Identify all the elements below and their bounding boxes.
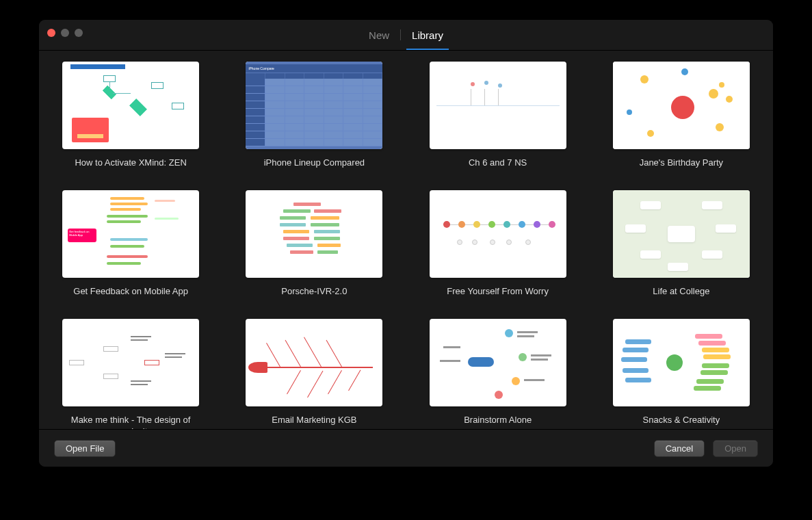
template-thumbnail	[430, 62, 566, 149]
template-thumbnail	[613, 319, 750, 406]
template-label: Email Marketing KGB	[272, 415, 356, 429]
template-thumbnail	[246, 319, 382, 406]
template-label: Make me think - The design of complexity	[62, 415, 199, 429]
template-label: Brainstorm Alone	[464, 415, 532, 429]
template-label: Porsche-IVR-2.0	[281, 286, 347, 312]
template-label: Snacks & Creativity	[643, 415, 720, 429]
open-button[interactable]: Open	[713, 440, 758, 457]
template-label: Jane's Birthday Party	[640, 157, 723, 183]
mode-tabs: New Library	[358, 20, 454, 50]
minimize-window-button[interactable]	[61, 29, 69, 37]
titlebar: New Library	[39, 20, 773, 51]
tab-new[interactable]: New	[358, 20, 400, 50]
template-thumbnail: Get feedback on Mobile App	[62, 190, 199, 278]
tab-library[interactable]: Library	[401, 20, 454, 50]
template-card[interactable]: Life at College	[610, 190, 752, 312]
template-grid: How to Activate XMind: ZEN iPhone Compar…	[60, 62, 752, 429]
template-thumbnail: iPhone Compare	[246, 62, 382, 149]
template-label: Life at College	[653, 286, 709, 312]
template-card[interactable]: Snacks & Creativity	[610, 319, 752, 429]
template-card[interactable]: Email Marketing KGB	[243, 319, 385, 429]
template-label: Get Feedback on Mobile App	[73, 286, 188, 312]
template-thumbnail	[246, 190, 382, 278]
template-card[interactable]: Jane's Birthday Party	[610, 62, 752, 183]
template-card[interactable]: Porsche-IVR-2.0	[243, 190, 385, 312]
template-chooser-window: New Library How to Activate XMind: ZEN	[38, 19, 774, 467]
template-thumbnail	[430, 190, 566, 278]
maximize-window-button[interactable]	[75, 29, 83, 37]
window-controls	[47, 29, 83, 37]
template-card[interactable]: Free Yourself From Worry	[427, 190, 569, 312]
template-label: Free Yourself From Worry	[447, 286, 549, 312]
template-thumbnail	[613, 190, 750, 278]
template-card[interactable]: iPhone Compare iPhone Lineup Compared	[243, 62, 385, 183]
open-file-button[interactable]: Open File	[54, 440, 116, 457]
template-thumbnail	[62, 62, 199, 149]
cancel-button[interactable]: Cancel	[654, 440, 705, 457]
template-label: Ch 6 and 7 NS	[469, 157, 527, 183]
template-label: iPhone Lineup Compared	[264, 157, 365, 183]
template-card[interactable]: Make me think - The design of complexity	[60, 319, 202, 429]
template-thumbnail	[613, 62, 750, 149]
library-content[interactable]: How to Activate XMind: ZEN iPhone Compar…	[39, 51, 773, 429]
template-label: How to Activate XMind: ZEN	[75, 157, 186, 183]
template-thumbnail	[430, 319, 566, 406]
template-card[interactable]: How to Activate XMind: ZEN	[60, 62, 202, 183]
footer-bar: Open File Cancel Open	[39, 429, 773, 467]
template-card[interactable]: Get feedback on Mobile App Ge	[60, 190, 202, 312]
template-card[interactable]: Ch 6 and 7 NS	[427, 62, 569, 183]
template-thumbnail	[62, 319, 199, 406]
close-window-button[interactable]	[47, 29, 55, 37]
template-card[interactable]: Brainstorm Alone	[427, 319, 569, 429]
